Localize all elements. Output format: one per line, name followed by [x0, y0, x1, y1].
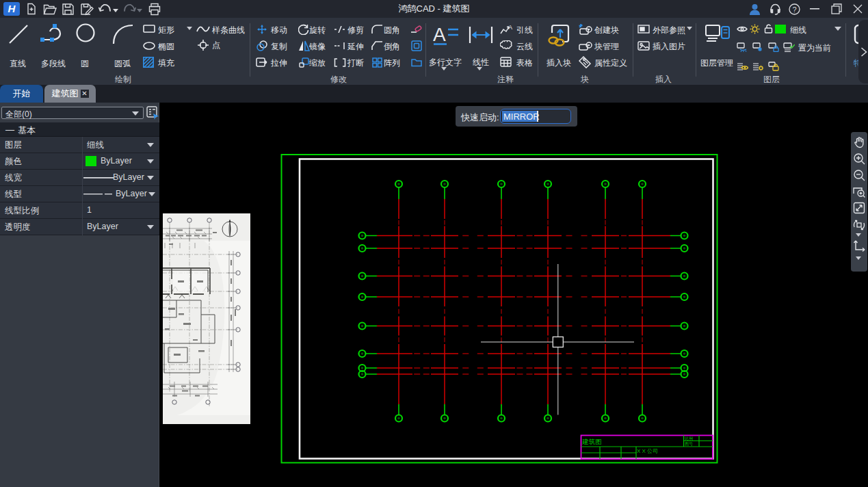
svg-text:A: A: [433, 25, 446, 45]
svg-text:X X 公司: X X 公司: [637, 448, 658, 454]
svg-text:?: ?: [792, 5, 796, 14]
svg-text:图号: 图号: [685, 442, 693, 447]
svg-text:A: A: [508, 24, 512, 31]
svg-text:建筑图: 建筑图: [581, 438, 602, 445]
svg-text:比例: 比例: [685, 436, 693, 441]
